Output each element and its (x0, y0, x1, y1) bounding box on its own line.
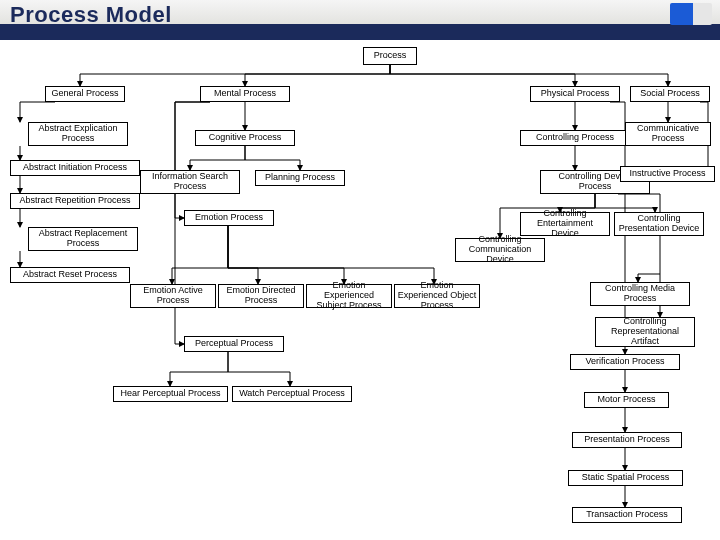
node-motor: Motor Process (584, 392, 669, 408)
node-instructive: Instructive Process (620, 166, 715, 182)
node-controlling: Controlling Process (520, 130, 630, 146)
node-presentation: Presentation Process (572, 432, 682, 448)
node-abs-explication: Abstract Explication Process (28, 122, 128, 146)
node-emo-active: Emotion Active Process (130, 284, 216, 308)
node-verification: Verification Process (570, 354, 680, 370)
node-abs-repetition: Abstract Repetition Process (10, 193, 140, 209)
node-mental: Mental Process (200, 86, 290, 102)
node-transaction: Transaction Process (572, 507, 682, 523)
node-emotion: Emotion Process (184, 210, 274, 226)
node-emo-directed: Emotion Directed Process (218, 284, 304, 308)
node-perceptual: Perceptual Process (184, 336, 284, 352)
node-root: Process (363, 47, 417, 65)
page-title: Process Model (10, 2, 172, 28)
diagram-canvas: Process General Process Mental Process P… (0, 42, 720, 540)
node-ctrl-comm: Controlling Communication Device (455, 238, 545, 262)
node-static-spatial: Static Spatial Process (568, 470, 683, 486)
node-ctrl-present: Controlling Presentation Device (614, 212, 704, 236)
title-band: Process Model (0, 0, 720, 40)
node-emo-exp-obj: Emotion Experienced Object Process (394, 284, 480, 308)
node-communicative: Communicative Process (625, 122, 711, 146)
node-abs-initiation: Abstract Initiation Process (10, 160, 140, 176)
node-planning: Planning Process (255, 170, 345, 186)
node-general: General Process (45, 86, 125, 102)
node-ctrl-entertain: Controlling Entertainment Device (520, 212, 610, 236)
node-abs-replacement: Abstract Replacement Process (28, 227, 138, 251)
logo (670, 3, 712, 25)
node-social: Social Process (630, 86, 710, 102)
node-ctrl-media: Controlling Media Process (590, 282, 690, 306)
node-watch-perc: Watch Perceptual Process (232, 386, 352, 402)
node-info-search: Information Search Process (140, 170, 240, 194)
node-emo-exp-subj: Emotion Experienced Subject Process (306, 284, 392, 308)
node-hear-perc: Hear Perceptual Process (113, 386, 228, 402)
node-physical: Physical Process (530, 86, 620, 102)
node-abs-reset: Abstract Reset Process (10, 267, 130, 283)
node-ctrl-rep-art: Controlling Representational Artifact (595, 317, 695, 347)
node-cognitive: Cognitive Process (195, 130, 295, 146)
